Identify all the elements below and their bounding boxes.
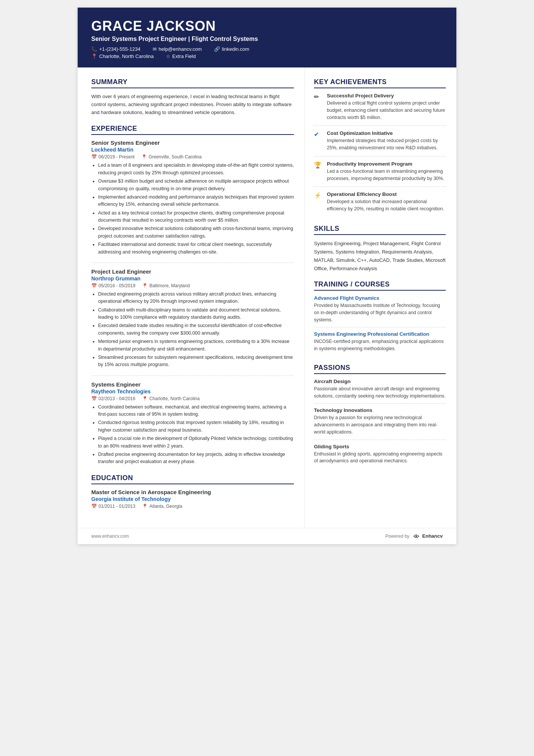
extra-field-value: Extra Field <box>172 53 196 59</box>
bullet-item: Executed detailed trade studies resultin… <box>98 322 294 337</box>
training-item-2: Systems Engineering Professional Certifi… <box>314 331 446 356</box>
experience-section: EXPERIENCE Senior Systems Engineer Lockh… <box>91 125 294 465</box>
calendar-icon-1: 📅 <box>91 154 97 160</box>
footer: www.enhancv.com Powered by Enhancv <box>78 528 456 544</box>
phone-value: +1-(234)-555-1234 <box>99 46 141 52</box>
passion-desc-2: Driven by a passion for exploring new te… <box>314 414 446 435</box>
job-meta-3: 📅 02/2013 - 04/2016 📍 Charlotte, North C… <box>91 396 294 401</box>
job-bullets-1: Led a team of 8 engineers and specialist… <box>91 162 294 256</box>
bullet-item: Collaborated with multi-disciplinary tea… <box>98 307 294 321</box>
passion-item-3: Gliding Sports Enthusiast in gliding spo… <box>314 444 446 469</box>
bullet-item: Drafted precise engineering documentatio… <box>98 451 294 466</box>
job-bullets-2: Directed engineering projects across var… <box>91 291 294 369</box>
contact-row-1: 📞 +1-(234)-555-1234 ✉ help@enhancv.com 🔗… <box>91 46 443 52</box>
enhancv-logo: Enhancv <box>412 533 443 540</box>
star-icon: ☆ <box>166 53 170 59</box>
company-3: Raytheon Technologies <box>91 388 294 394</box>
edu-date-1: 📅 01/2011 - 01/2013 <box>91 504 135 509</box>
achievement-title-1: Successful Project Delivery <box>327 93 446 99</box>
job-title-3: Systems Engineer <box>91 381 294 388</box>
passion-item-1: Aircraft Design Passionate about innovat… <box>314 379 446 404</box>
education-section: EDUCATION Master of Science in Aerospace… <box>91 474 294 509</box>
email-icon: ✉ <box>153 46 157 52</box>
job-location-2: 📍 Baltimore, Maryland <box>142 283 190 288</box>
candidate-name: GRACE JACKSON <box>91 18 443 34</box>
passion-title-1: Aircraft Design <box>314 379 446 384</box>
bullet-item: Oversaw $3 million budget and schedule a… <box>98 178 294 193</box>
header-contacts: 📞 +1-(234)-555-1234 ✉ help@enhancv.com 🔗… <box>91 46 443 59</box>
footer-website: www.enhancv.com <box>91 534 129 539</box>
contact-row-2: 📍 Charlotte, North Carolina ☆ Extra Fiel… <box>91 53 443 59</box>
enhancv-logo-icon <box>412 533 421 540</box>
achievements-title: KEY ACHIEVEMENTS <box>314 78 446 88</box>
main-content: SUMMARY With over 6 years of engineering… <box>78 67 456 528</box>
training-desc-1: Provided by Massachusetts Institute of T… <box>314 302 446 323</box>
summary-title: SUMMARY <box>91 78 294 88</box>
powered-by-text: Powered by <box>385 534 409 539</box>
calendar-icon-edu: 📅 <box>91 504 97 509</box>
training-section: TRAINING / COURSES Advanced Flight Dynam… <box>314 280 446 356</box>
achievement-icon-2: ✔ <box>314 131 323 152</box>
contact-email: ✉ help@enhancv.com <box>153 46 202 52</box>
achievement-content-2: Cost Optimization Initiative Implemented… <box>327 130 446 152</box>
linkedin-value: linkedin.com <box>222 46 249 52</box>
resume-wrapper: GRACE JACKSON Senior Systems Project Eng… <box>78 8 456 544</box>
edu-school-1: Georgia Institute of Technology <box>91 496 294 502</box>
exp-divider <box>91 376 294 376</box>
achievement-title-2: Cost Optimization Initiative <box>327 130 446 136</box>
experience-title: EXPERIENCE <box>91 125 294 135</box>
job-date-1: 📅 06/2019 - Present <box>91 154 134 160</box>
job-meta-2: 📅 05/2016 - 05/2019 📍 Baltimore, Marylan… <box>91 283 294 288</box>
company-2: Northrop Grumman <box>91 275 294 282</box>
pin-icon-2: 📍 <box>142 283 148 288</box>
company-1: Lockheed Martin <box>91 147 294 153</box>
pin-icon-1: 📍 <box>141 154 147 160</box>
brand-name: Enhancv <box>422 533 443 539</box>
achievement-item-1: ✏ Successful Project Delivery Delivered … <box>314 93 446 126</box>
job-item-2: Project Lead Engineer Northrop Grumman 📅… <box>91 268 294 369</box>
skills-text: Systems Engineering, Project Management,… <box>314 239 446 273</box>
achievement-desc-1: Delivered a critical flight control syst… <box>327 100 446 121</box>
job-date-3: 📅 02/2013 - 04/2016 <box>91 396 135 401</box>
bullet-item: Mentored junior engineers in systems eng… <box>98 338 294 353</box>
header: GRACE JACKSON Senior Systems Project Eng… <box>78 8 456 67</box>
bullet-item: Coordinated between software, mechanical… <box>98 404 294 418</box>
training-course-title-1: Advanced Flight Dynamics <box>314 295 446 301</box>
passion-title-2: Technology Innovations <box>314 407 446 413</box>
passion-title-3: Gliding Sports <box>314 444 446 449</box>
skills-title: SKILLS <box>314 225 446 235</box>
footer-powered: Powered by Enhancv <box>385 533 443 540</box>
job-location-1: 📍 Greenville, South Carolina <box>141 154 201 160</box>
location-icon: 📍 <box>91 53 97 59</box>
summary-section: SUMMARY With over 6 years of engineering… <box>91 78 294 116</box>
svg-point-0 <box>415 535 417 537</box>
job-date-2: 📅 05/2016 - 05/2019 <box>91 283 135 288</box>
achievements-section: KEY ACHIEVEMENTS ✏ Successful Project De… <box>314 78 446 217</box>
bullet-item: Streamlined processes for subsystem requ… <box>98 354 294 369</box>
achievement-icon-3: 🏆 <box>314 161 323 182</box>
job-title-1: Senior Systems Engineer <box>91 139 294 146</box>
edu-location-1: 📍 Atlanta, Georgia <box>142 504 182 509</box>
achievement-icon-1: ✏ <box>314 93 323 121</box>
achievement-item-3: 🏆 Productivity Improvement Program Led a… <box>314 161 446 187</box>
achievement-desc-3: Led a cross-functional team in streamlin… <box>327 168 446 182</box>
bullet-item: Acted as a key technical contact for pro… <box>98 210 294 224</box>
skills-section: SKILLS Systems Engineering, Project Mana… <box>314 225 446 273</box>
calendar-icon-3: 📅 <box>91 396 97 401</box>
job-bullets-3: Coordinated between software, mechanical… <box>91 404 294 466</box>
edu-item-1: Master of Science in Aerospace Engineeri… <box>91 489 294 509</box>
achievement-item-4: ⚡ Operational Efficiency Boost Developed… <box>314 191 446 217</box>
achievement-content-4: Operational Efficiency Boost Developed a… <box>327 191 446 213</box>
bullet-item: Conducted rigorous testing protocols tha… <box>98 419 294 434</box>
training-course-title-2: Systems Engineering Professional Certifi… <box>314 331 446 337</box>
training-title: TRAINING / COURSES <box>314 280 446 291</box>
phone-icon: 📞 <box>91 46 97 52</box>
edu-degree-1: Master of Science in Aerospace Engineeri… <box>91 489 294 495</box>
contact-extra: ☆ Extra Field <box>166 53 196 59</box>
bullet-item: Directed engineering projects across var… <box>98 291 294 305</box>
contact-linkedin: 🔗 linkedin.com <box>214 46 249 52</box>
achievement-desc-4: Developed a solution that increased oper… <box>327 198 446 213</box>
education-title: EDUCATION <box>91 474 294 484</box>
bullet-item: Played a crucial role in the development… <box>98 435 294 450</box>
email-value: help@enhancv.com <box>159 46 202 52</box>
